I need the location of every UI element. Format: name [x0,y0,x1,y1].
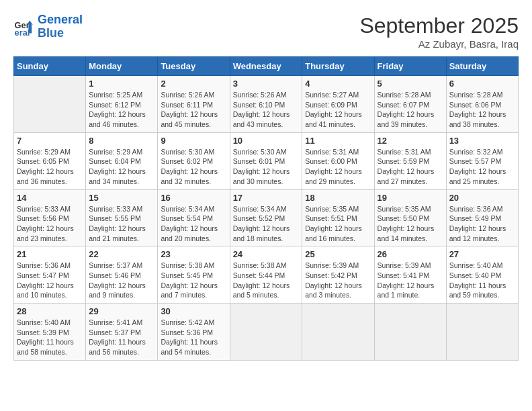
weekday-header-wednesday: Wednesday [230,57,302,76]
calendar-cell: 20Sunrise: 5:36 AM Sunset: 5:49 PM Dayli… [446,189,518,246]
day-info: Sunrise: 5:30 AM Sunset: 6:02 PM Dayligh… [161,147,226,187]
day-info: Sunrise: 5:26 AM Sunset: 6:11 PM Dayligh… [161,90,226,130]
weekday-header-thursday: Thursday [302,57,374,76]
day-info: Sunrise: 5:34 AM Sunset: 5:52 PM Dayligh… [233,204,300,244]
day-number: 5 [378,79,443,89]
logo-icon: Gen eral [13,16,35,38]
calendar-cell [14,76,86,133]
calendar-cell: 30Sunrise: 5:42 AM Sunset: 5:36 PM Dayli… [158,304,230,361]
day-number: 25 [305,249,371,259]
day-number: 21 [17,249,83,259]
calendar-cell: 22Sunrise: 5:37 AM Sunset: 5:46 PM Dayli… [86,246,158,304]
calendar-cell [230,304,302,361]
day-number: 2 [161,79,226,89]
day-info: Sunrise: 5:25 AM Sunset: 6:12 PM Dayligh… [89,90,154,130]
calendar-cell: 26Sunrise: 5:39 AM Sunset: 5:41 PM Dayli… [374,246,446,304]
svg-text:eral: eral [15,28,30,38]
weekday-header-tuesday: Tuesday [158,57,230,76]
day-info: Sunrise: 5:29 AM Sunset: 6:05 PM Dayligh… [17,147,83,187]
day-info: Sunrise: 5:28 AM Sunset: 6:07 PM Dayligh… [378,90,443,130]
calendar-cell: 29Sunrise: 5:41 AM Sunset: 5:37 PM Dayli… [86,304,158,361]
calendar-cell [374,304,446,361]
page-header: Gen eral GeneralBlue September 2025 Az Z… [13,13,519,50]
day-info: Sunrise: 5:33 AM Sunset: 5:55 PM Dayligh… [89,204,154,244]
day-number: 10 [233,136,300,146]
day-info: Sunrise: 5:35 AM Sunset: 5:50 PM Dayligh… [378,204,443,244]
day-info: Sunrise: 5:38 AM Sunset: 5:45 PM Dayligh… [161,261,226,300]
calendar-cell: 7Sunrise: 5:29 AM Sunset: 6:05 PM Daylig… [14,132,86,189]
day-number: 11 [305,136,371,146]
day-info: Sunrise: 5:32 AM Sunset: 5:57 PM Dayligh… [449,147,515,187]
day-info: Sunrise: 5:27 AM Sunset: 6:09 PM Dayligh… [305,90,371,130]
day-info: Sunrise: 5:41 AM Sunset: 5:37 PM Dayligh… [89,318,154,357]
day-number: 16 [161,193,226,203]
calendar-cell: 12Sunrise: 5:31 AM Sunset: 5:59 PM Dayli… [374,132,446,189]
weekday-header-friday: Friday [374,57,446,76]
day-info: Sunrise: 5:36 AM Sunset: 5:47 PM Dayligh… [17,261,83,300]
day-info: Sunrise: 5:42 AM Sunset: 5:36 PM Dayligh… [161,318,226,357]
day-info: Sunrise: 5:40 AM Sunset: 5:40 PM Dayligh… [449,261,515,300]
day-number: 30 [161,306,226,316]
day-info: Sunrise: 5:39 AM Sunset: 5:41 PM Dayligh… [378,261,443,300]
calendar-table: SundayMondayTuesdayWednesdayThursdayFrid… [13,56,519,361]
calendar-cell: 16Sunrise: 5:34 AM Sunset: 5:54 PM Dayli… [158,189,230,246]
day-number: 6 [449,79,515,89]
weekday-header-sunday: Sunday [14,57,86,76]
calendar-cell: 23Sunrise: 5:38 AM Sunset: 5:45 PM Dayli… [158,246,230,304]
calendar-cell: 18Sunrise: 5:35 AM Sunset: 5:51 PM Dayli… [302,189,374,246]
calendar-cell [302,304,374,361]
day-number: 8 [89,136,154,146]
day-number: 27 [449,249,515,259]
day-number: 12 [378,136,443,146]
title-block: September 2025 Az Zubayr, Basra, Iraq [359,13,519,50]
day-info: Sunrise: 5:36 AM Sunset: 5:49 PM Dayligh… [449,204,515,244]
day-info: Sunrise: 5:39 AM Sunset: 5:42 PM Dayligh… [305,261,371,300]
day-number: 18 [305,193,371,203]
weekday-header-monday: Monday [86,57,158,76]
day-info: Sunrise: 5:30 AM Sunset: 6:01 PM Dayligh… [233,147,300,187]
day-info: Sunrise: 5:37 AM Sunset: 5:46 PM Dayligh… [89,261,154,300]
calendar-cell: 6Sunrise: 5:28 AM Sunset: 6:06 PM Daylig… [446,76,518,133]
calendar-cell: 2Sunrise: 5:26 AM Sunset: 6:11 PM Daylig… [158,76,230,133]
calendar-cell: 5Sunrise: 5:28 AM Sunset: 6:07 PM Daylig… [374,76,446,133]
day-number: 14 [17,193,83,203]
day-number: 26 [378,249,443,259]
calendar-cell: 3Sunrise: 5:26 AM Sunset: 6:10 PM Daylig… [230,76,302,133]
calendar-cell: 25Sunrise: 5:39 AM Sunset: 5:42 PM Dayli… [302,246,374,304]
calendar-cell [446,304,518,361]
weekday-header-saturday: Saturday [446,57,518,76]
week-row-2: 7Sunrise: 5:29 AM Sunset: 6:05 PM Daylig… [14,132,519,189]
day-number: 20 [449,193,515,203]
day-number: 4 [305,79,371,89]
month-title: September 2025 [359,13,519,38]
day-number: 7 [17,136,83,146]
calendar-cell: 13Sunrise: 5:32 AM Sunset: 5:57 PM Dayli… [446,132,518,189]
day-info: Sunrise: 5:38 AM Sunset: 5:44 PM Dayligh… [233,261,300,300]
calendar-cell: 11Sunrise: 5:31 AM Sunset: 6:00 PM Dayli… [302,132,374,189]
day-number: 17 [233,193,300,203]
day-number: 22 [89,249,154,259]
day-info: Sunrise: 5:34 AM Sunset: 5:54 PM Dayligh… [161,204,226,244]
day-info: Sunrise: 5:33 AM Sunset: 5:56 PM Dayligh… [17,204,83,244]
day-number: 9 [161,136,226,146]
day-info: Sunrise: 5:28 AM Sunset: 6:06 PM Dayligh… [449,90,515,130]
calendar-cell: 10Sunrise: 5:30 AM Sunset: 6:01 PM Dayli… [230,132,302,189]
week-row-5: 28Sunrise: 5:40 AM Sunset: 5:39 PM Dayli… [14,304,519,361]
calendar-cell: 1Sunrise: 5:25 AM Sunset: 6:12 PM Daylig… [86,76,158,133]
day-info: Sunrise: 5:29 AM Sunset: 6:04 PM Dayligh… [89,147,154,187]
calendar-cell: 4Sunrise: 5:27 AM Sunset: 6:09 PM Daylig… [302,76,374,133]
calendar-cell: 27Sunrise: 5:40 AM Sunset: 5:40 PM Dayli… [446,246,518,304]
calendar-cell: 15Sunrise: 5:33 AM Sunset: 5:55 PM Dayli… [86,189,158,246]
logo-text: GeneralBlue [38,13,83,40]
calendar-cell: 24Sunrise: 5:38 AM Sunset: 5:44 PM Dayli… [230,246,302,304]
day-number: 13 [449,136,515,146]
day-info: Sunrise: 5:31 AM Sunset: 6:00 PM Dayligh… [305,147,371,187]
calendar-cell: 21Sunrise: 5:36 AM Sunset: 5:47 PM Dayli… [14,246,86,304]
location: Az Zubayr, Basra, Iraq [359,38,519,50]
day-info: Sunrise: 5:35 AM Sunset: 5:51 PM Dayligh… [305,204,371,244]
day-number: 1 [89,79,154,89]
calendar-cell: 9Sunrise: 5:30 AM Sunset: 6:02 PM Daylig… [158,132,230,189]
calendar-cell: 19Sunrise: 5:35 AM Sunset: 5:50 PM Dayli… [374,189,446,246]
calendar-cell: 8Sunrise: 5:29 AM Sunset: 6:04 PM Daylig… [86,132,158,189]
weekday-header-row: SundayMondayTuesdayWednesdayThursdayFrid… [14,57,519,76]
